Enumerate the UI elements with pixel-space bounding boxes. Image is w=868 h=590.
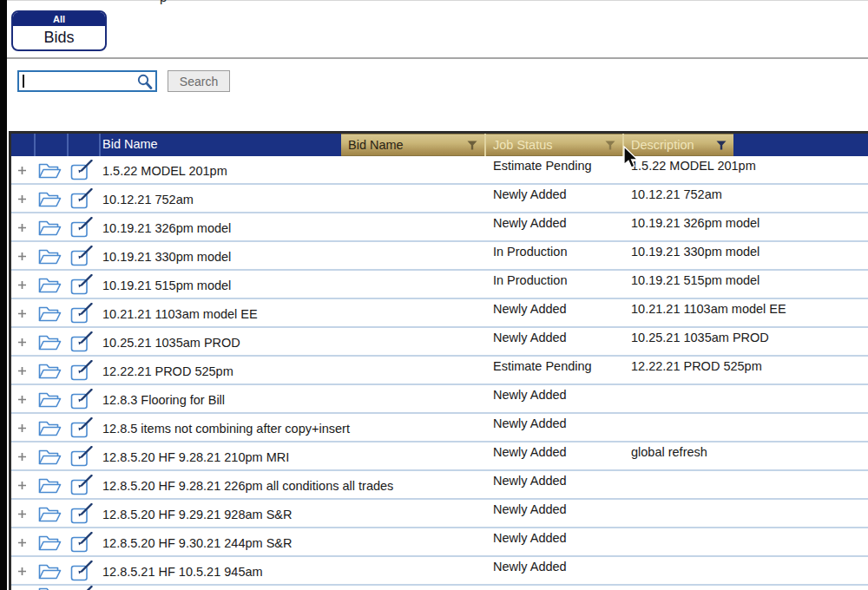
filter-icon[interactable] — [605, 141, 615, 150]
drag-column-bid-name[interactable]: Bid Name — [341, 134, 484, 156]
job-status-cell[interactable]: Newly Added — [493, 302, 567, 316]
folder-icon[interactable] — [38, 420, 62, 437]
bid-row[interactable]: 12.8.5.20 HF 9.30.21 244pm S&RNewly Adde… — [11, 528, 868, 557]
drag-header-strip[interactable]: Bid NameJob StatusDescription — [341, 134, 733, 156]
edit-icon[interactable] — [70, 586, 93, 590]
bid-name-cell[interactable]: 10.19.21 330pm model — [102, 250, 231, 264]
description-cell[interactable]: 10.21.21 1103am model EE — [631, 302, 786, 316]
bid-name-cell[interactable]: 10.19.21 515pm model — [102, 279, 231, 292]
bid-row[interactable]: 10.19.21 515pm modelIn Production10.19.2… — [11, 271, 868, 299]
job-status-cell[interactable]: Newly Added — [493, 502, 567, 516]
search-button[interactable]: Search — [168, 70, 230, 92]
folder-icon[interactable] — [38, 162, 62, 180]
bid-row[interactable]: 12.8.5.20 HF 9.29.21 928am S&RNewly Adde… — [11, 500, 868, 528]
edit-icon[interactable] — [70, 560, 93, 581]
expand-icon[interactable] — [17, 452, 27, 462]
job-status-cell[interactable]: Estimate Pending — [493, 159, 592, 173]
folder-icon[interactable] — [38, 391, 62, 409]
bid-name-cell[interactable]: 12.8.3 Flooring for Bill — [102, 393, 225, 407]
expand-icon[interactable] — [17, 538, 27, 547]
folder-icon[interactable] — [38, 587, 62, 590]
bid-row[interactable]: 10.25.21 1035am PRODNewly Added10.25.21 … — [11, 328, 868, 357]
bid-row[interactable]: 12.8.5.20 HF 9.28.21 226pm all condition… — [11, 471, 868, 500]
expand-icon[interactable] — [17, 223, 27, 233]
folder-icon[interactable] — [38, 363, 62, 380]
folder-icon[interactable] — [38, 277, 62, 294]
bid-row[interactable]: 12.8.5 items not combining after copy+in… — [11, 414, 868, 442]
folder-icon[interactable] — [38, 220, 62, 237]
drag-column-job-status[interactable]: Job Status — [484, 134, 622, 156]
bid-name-cell[interactable]: 10.12.21 752am — [102, 193, 194, 206]
folder-icon[interactable] — [38, 477, 62, 495]
edit-icon[interactable] — [70, 303, 93, 324]
folder-icon[interactable] — [38, 305, 62, 323]
expand-icon[interactable] — [17, 366, 27, 376]
edit-icon[interactable] — [70, 389, 93, 410]
edit-icon[interactable] — [70, 446, 93, 467]
expand-icon[interactable] — [17, 166, 27, 175]
job-status-cell[interactable]: Newly Added — [493, 331, 567, 344]
bid-row[interactable]: 12.22.21 PROD 525pmEstimate Pending12.22… — [11, 357, 868, 385]
job-status-cell[interactable]: Newly Added — [493, 416, 567, 430]
edit-icon[interactable] — [70, 188, 93, 209]
bid-name-cell[interactable]: 1.5.22 MODEL 201pm — [102, 164, 227, 178]
bid-name-cell[interactable]: 12.8.5.20 HF 9.29.21 928am S&R — [102, 508, 292, 521]
description-cell[interactable]: global refresh — [631, 445, 707, 459]
folder-icon[interactable] — [38, 449, 62, 466]
bid-name-cell[interactable]: 12.8.5.20 HF 9.30.21 244pm S&R — [102, 536, 292, 550]
job-status-cell[interactable]: Newly Added — [493, 474, 567, 488]
bid-name-cell[interactable]: 10.25.21 1035am PROD — [102, 336, 240, 350]
filter-icon[interactable] — [467, 141, 477, 150]
bid-row[interactable]: 1.5.22 MODEL 201pmEstimate Pending1.5.22… — [11, 156, 868, 185]
description-cell[interactable]: 10.25.21 1035am PROD — [631, 331, 769, 344]
search-icon[interactable] — [137, 73, 153, 90]
filter-icon[interactable] — [716, 141, 727, 150]
bid-row[interactable]: 10.21.21 1103am model EENewly Added10.21… — [11, 299, 868, 328]
expand-icon[interactable] — [17, 338, 27, 347]
folder-icon[interactable] — [38, 534, 62, 552]
description-cell[interactable]: 10.19.21 330pm model — [631, 245, 760, 259]
job-status-cell[interactable]: Newly Added — [493, 531, 567, 545]
description-cell[interactable]: 10.19.21 326pm model — [631, 216, 760, 230]
edit-icon[interactable] — [70, 417, 93, 438]
expand-icon[interactable] — [17, 252, 27, 261]
bid-name-cell[interactable]: 12.22.21 PROD 525pm — [102, 364, 233, 378]
job-status-cell[interactable]: Newly Added — [493, 388, 567, 402]
expand-icon[interactable] — [17, 481, 27, 490]
folder-icon[interactable] — [38, 506, 62, 523]
bid-name-cell[interactable]: 10.21.21 1103am model EE — [102, 307, 258, 321]
job-status-cell[interactable]: In Production — [493, 273, 567, 287]
edit-icon[interactable] — [70, 475, 93, 495]
expand-icon[interactable] — [17, 194, 27, 204]
expand-icon[interactable] — [17, 280, 27, 290]
bid-name-cell[interactable]: 12.8.5.20 HF 9.28.21 226pm all condition… — [102, 479, 393, 493]
description-cell[interactable]: 10.12.21 752am — [631, 187, 722, 201]
description-cell[interactable]: 10.19.21 515pm model — [631, 273, 760, 287]
bid-name-cell[interactable]: 12.8.5 items not combining after copy+in… — [102, 422, 350, 436]
job-status-cell[interactable]: Estimate Pending — [493, 359, 592, 373]
bid-name-cell[interactable]: 10.19.21 326pm model — [102, 221, 231, 235]
description-cell[interactable]: 1.5.22 MODEL 201pm — [631, 159, 756, 173]
edit-icon[interactable] — [70, 360, 93, 381]
expand-icon[interactable] — [17, 509, 27, 519]
job-status-cell[interactable]: Newly Added — [493, 560, 567, 574]
bid-row[interactable]: 10.19.21 330pm modelIn Production10.19.2… — [11, 242, 868, 271]
description-cell[interactable]: 12.22.21 PROD 525pm — [631, 359, 762, 373]
search-input[interactable] — [17, 70, 157, 92]
expand-icon[interactable] — [17, 423, 27, 433]
bid-row-partial[interactable] — [11, 586, 868, 590]
bid-row[interactable]: 10.12.21 752amNewly Added10.12.21 752am — [11, 185, 868, 213]
expand-icon[interactable] — [17, 395, 27, 404]
grid-header-row[interactable]: Bid Name Bid NameJob StatusDescription — [11, 134, 868, 156]
folder-icon[interactable] — [38, 248, 62, 266]
job-status-cell[interactable]: In Production — [493, 245, 567, 259]
expand-icon[interactable] — [17, 309, 27, 318]
bid-row[interactable]: 12.8.5.20 HF 9.28.21 210pm MRINewly Adde… — [11, 442, 868, 471]
job-status-cell[interactable]: Newly Added — [493, 216, 567, 230]
folder-icon[interactable] — [38, 334, 62, 351]
bid-name-cell[interactable]: 12.8.5.21 HF 10.5.21 945am — [102, 565, 263, 579]
column-header-bid-name[interactable]: Bid Name — [102, 137, 158, 151]
bid-name-cell[interactable]: 12.8.5.20 HF 9.28.21 210pm MRI — [102, 450, 289, 464]
job-status-cell[interactable]: Newly Added — [493, 445, 567, 459]
tab-all[interactable]: All — [13, 12, 105, 26]
